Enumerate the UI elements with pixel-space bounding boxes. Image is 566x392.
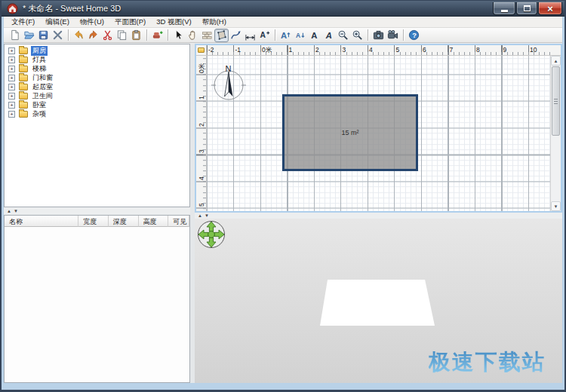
italic-button[interactable]: A	[321, 29, 336, 42]
scrollbar-thumb[interactable]	[552, 66, 560, 136]
toolbar-separator	[168, 29, 168, 41]
vertical-ruler: 0米12345	[196, 56, 207, 211]
tree-category-row[interactable]: +灯具	[5, 55, 189, 64]
h-ruler-label: 8	[476, 46, 480, 54]
preferences-button[interactable]	[51, 29, 65, 42]
decrease-text-size-button[interactable]: A	[293, 29, 307, 42]
folder-icon	[19, 57, 28, 63]
h-ruler-label: -1	[235, 46, 241, 54]
save-button[interactable]	[36, 29, 51, 42]
h-ruler-label: 1	[289, 46, 293, 54]
tree-category-row[interactable]: +楼梯	[5, 64, 189, 73]
italic-icon: A	[323, 29, 334, 41]
redo-button[interactable]	[86, 29, 100, 42]
v-ruler-label: 5	[198, 203, 205, 207]
menu-item-edit[interactable]: 编辑(E)	[40, 17, 75, 28]
close-button[interactable]: ×	[538, 2, 562, 15]
furniture-table: 名称宽度深度高度可见	[4, 215, 190, 383]
scroll-down-button[interactable]: ▼	[551, 201, 561, 211]
expand-toggle-icon[interactable]: +	[8, 47, 15, 54]
new-document-button[interactable]	[8, 29, 22, 42]
h-ruler-label: 6	[423, 46, 426, 54]
minimize-button[interactable]	[493, 2, 515, 15]
create-dimensions-button[interactable]	[243, 29, 257, 42]
collapse-down-icon[interactable]: ▼	[14, 208, 18, 214]
tree-category-row[interactable]: +厨房	[5, 46, 189, 55]
room[interactable]: 15 m²	[282, 94, 418, 171]
v-ruler-label: 3	[198, 149, 205, 153]
h-ruler-label: 0米	[262, 46, 272, 55]
add-furniture-icon	[152, 29, 163, 41]
cut-button[interactable]	[100, 29, 115, 42]
tree-category-row[interactable]: +卧室	[5, 100, 189, 109]
tree-category-row[interactable]: +杂项	[5, 109, 189, 118]
open-button[interactable]	[22, 29, 36, 42]
create-video-button[interactable]	[386, 29, 400, 42]
folder-icon	[19, 47, 28, 54]
expand-toggle-icon[interactable]: +	[8, 66, 15, 72]
add-texts-button[interactable]: A	[257, 29, 272, 42]
menu-item-furniture[interactable]: 物件(U)	[75, 17, 109, 28]
help-icon: ?	[408, 29, 420, 41]
scrollbar-grip-icon	[554, 99, 558, 104]
h-ruler-label: 9	[503, 46, 507, 54]
folder-icon	[19, 93, 28, 100]
paste-button[interactable]	[129, 29, 143, 42]
compass-icon[interactable]: N	[208, 62, 251, 103]
plan-3d-splitter[interactable]: ▲ ▼	[195, 213, 562, 219]
collapse-down-icon[interactable]: ▼	[205, 213, 209, 219]
menu-item-plan[interactable]: 平面图(P)	[109, 17, 151, 28]
expand-toggle-icon[interactable]: +	[8, 84, 15, 90]
create-walls-button[interactable]	[200, 29, 214, 42]
catalog-table-splitter[interactable]: ▲ ▼	[4, 207, 190, 215]
zoom-in-button[interactable]	[350, 29, 365, 42]
create-rooms-button[interactable]	[214, 29, 229, 42]
pan-button[interactable]	[186, 29, 200, 42]
create-polylines-button[interactable]	[229, 29, 243, 42]
select-button[interactable]	[171, 29, 186, 42]
category-label: 杂项	[31, 109, 48, 119]
toolbar: AAAAA?	[4, 28, 562, 43]
create-photo-button[interactable]	[371, 29, 386, 42]
column-header-depth[interactable]: 深度	[109, 216, 139, 227]
tree-category-row[interactable]: +门和窗	[5, 73, 189, 82]
expand-toggle-icon[interactable]: +	[8, 93, 15, 100]
expand-toggle-icon[interactable]: +	[8, 75, 15, 81]
maximize-button[interactable]	[516, 2, 537, 15]
help-button[interactable]: ?	[407, 29, 421, 42]
plan-vertical-scrollbar[interactable]: ▲ ▼	[550, 56, 561, 211]
h-ruler-label: 7	[450, 46, 454, 54]
v-ruler-label: 0米	[198, 63, 207, 72]
column-header-visible[interactable]: 可见	[168, 216, 189, 227]
scroll-up-button[interactable]: ▲	[551, 56, 561, 66]
collapse-up-icon[interactable]: ▲	[198, 213, 202, 219]
plan-canvas[interactable]: N 15 m²	[207, 56, 550, 211]
bold-button[interactable]: A	[307, 29, 321, 42]
3d-navigation-control[interactable]	[196, 219, 226, 250]
expand-toggle-icon[interactable]: +	[8, 102, 15, 109]
expand-toggle-icon[interactable]: +	[8, 111, 15, 118]
menu-item-view3d[interactable]: 3D 视图(V)	[151, 17, 196, 28]
add-furniture-button[interactable]	[150, 29, 165, 42]
increase-text-size-button[interactable]: A	[278, 29, 293, 42]
tree-category-row[interactable]: +起居室	[5, 82, 189, 91]
title-bar[interactable]: * 未命名 - Sweet Home 3D ×	[2, 1, 564, 17]
expand-toggle-icon[interactable]: +	[8, 57, 15, 63]
menu-item-file[interactable]: 文件(F)	[6, 17, 40, 28]
toolbar-separator	[146, 29, 147, 41]
ruler-corner-right	[550, 45, 561, 56]
menu-item-help[interactable]: 帮助(H)	[197, 17, 232, 28]
column-header-height[interactable]: 高度	[139, 216, 169, 227]
column-header-name[interactable]: 名称	[5, 216, 78, 227]
view-3d[interactable]: 极速下载站	[195, 219, 562, 383]
tree-category-row[interactable]: +卫生间	[5, 91, 189, 100]
column-header-width[interactable]: 宽度	[78, 216, 109, 227]
undo-button[interactable]	[72, 29, 86, 42]
zoom-out-button[interactable]	[336, 29, 350, 42]
collapse-up-icon[interactable]: ▲	[7, 208, 11, 214]
undo-icon	[73, 29, 85, 41]
folder-icon	[19, 66, 28, 72]
svg-text:A: A	[296, 32, 300, 39]
client-area: 文件(F)编辑(E)物件(U)平面图(P)3D 视图(V)帮助(H) AAAAA…	[4, 17, 562, 383]
copy-button[interactable]	[115, 29, 129, 42]
